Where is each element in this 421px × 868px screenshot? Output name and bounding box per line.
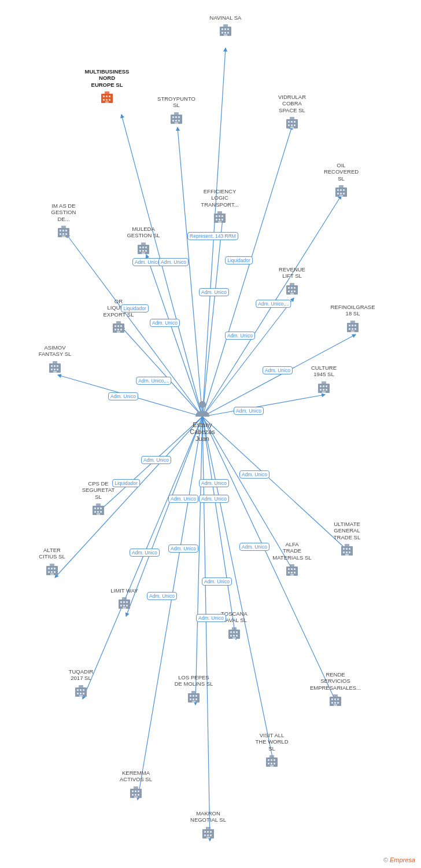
company-node-visitall[interactable]: VISIT ALL THE WORLD SL (252, 732, 292, 771)
svg-rect-99 (291, 287, 293, 289)
svg-rect-95 (142, 252, 145, 254)
svg-rect-84 (219, 219, 220, 220)
company-label-ultimate: ULTIMATE GENERAL TRADE SL (334, 521, 360, 540)
svg-rect-131 (53, 371, 57, 373)
svg-rect-136 (326, 385, 327, 387)
role-badge-13[interactable]: Adm. Unico (141, 456, 171, 464)
company-node-lospepes[interactable]: LOS PEPES DE MOLINS SL (173, 674, 214, 707)
company-node-asimov[interactable]: ASIMOV FANTASY SL (35, 344, 75, 377)
role-badge-23[interactable]: Adm. Unico (202, 578, 232, 586)
role-badge-8[interactable]: Adm. Unico (225, 332, 255, 340)
svg-rect-168 (122, 597, 127, 600)
svg-rect-165 (123, 605, 125, 606)
role-badge-1[interactable]: Liquidador (225, 256, 253, 264)
svg-rect-38 (103, 99, 105, 101)
company-node-alfa[interactable]: ALFA TRADE MATERIALS SL (272, 541, 312, 580)
svg-line-23 (138, 417, 202, 800)
role-badge-24[interactable]: Adm. Unico (196, 614, 226, 622)
svg-rect-132 (53, 361, 57, 364)
company-node-revenue[interactable]: REVENUE LIFT SL (272, 266, 312, 299)
svg-rect-157 (54, 571, 56, 573)
company-node-oil[interactable]: OIL RECOVERED SL (321, 162, 361, 201)
company-node-efficiency[interactable]: EFFICIENCY LOGIC TRANSPORT... (200, 188, 240, 227)
role-badge-0[interactable]: Represent. 143 RRM (187, 232, 238, 240)
company-node-stroypunto[interactable]: STROYPUNTO SL (156, 95, 197, 128)
svg-rect-230 (270, 765, 274, 767)
role-badge-3[interactable]: Adm. Unico (158, 258, 189, 266)
svg-rect-129 (54, 369, 56, 370)
svg-rect-159 (50, 564, 54, 567)
role-badge-9[interactable]: Adm. Unico (263, 366, 293, 374)
role-badge-12[interactable]: Adm. Unico (234, 407, 264, 415)
role-badge-16[interactable]: Adm. Unico (239, 470, 269, 479)
svg-rect-85 (221, 219, 223, 220)
svg-rect-66 (340, 193, 342, 194)
svg-rect-146 (94, 511, 96, 513)
svg-rect-181 (349, 548, 350, 550)
svg-rect-116 (349, 325, 350, 326)
center-person-node[interactable]: Estany Cabezas Juan (182, 399, 223, 442)
company-node-imasde[interactable]: IM AS DE GESTION DE... (43, 203, 84, 242)
svg-rect-150 (96, 503, 101, 506)
company-node-tuqadir[interactable]: TUQADIR 2017 SL (61, 668, 101, 701)
role-badge-17[interactable]: Adm. Unico (168, 495, 198, 503)
role-badge-6[interactable]: Liquidador (121, 304, 149, 312)
svg-rect-188 (230, 631, 232, 633)
svg-rect-203 (79, 695, 83, 697)
svg-rect-56 (288, 124, 290, 126)
role-badge-15[interactable]: Adm. Unico (199, 479, 229, 487)
role-badge-20[interactable]: Adm. Unico (168, 545, 198, 553)
company-icon-alfa (284, 562, 300, 580)
company-node-alter[interactable]: ALTER CITIUS SL (32, 547, 72, 580)
svg-rect-224 (268, 759, 269, 761)
role-badge-7[interactable]: Adm. Unico (150, 319, 180, 327)
role-badge-18[interactable]: Adm. Unico (199, 495, 229, 503)
svg-rect-227 (268, 763, 269, 764)
company-node-makron[interactable]: MAKRON NEGOTIAL SL (188, 810, 228, 843)
company-label-visitall: VISIT ALL THE WORLD SL (256, 732, 289, 752)
company-node-navinal[interactable]: NAVINAL SA (205, 14, 246, 41)
svg-rect-177 (290, 564, 294, 567)
svg-rect-156 (51, 571, 53, 573)
company-node-limitway[interactable]: LIMIT WAY (104, 587, 145, 613)
role-badge-5[interactable]: Adm. Unico,... (256, 300, 291, 308)
svg-rect-48 (175, 120, 177, 122)
company-node-vidrular[interactable]: VIDRULAR COBRA SPACE SL (272, 94, 312, 133)
svg-rect-40 (109, 99, 110, 101)
company-node-culture[interactable]: CULTURE 1945 SL (304, 365, 344, 398)
role-badge-21[interactable]: Adm. Unico (239, 543, 269, 551)
svg-rect-217 (337, 698, 339, 700)
svg-rect-36 (106, 95, 108, 97)
svg-rect-119 (349, 328, 350, 330)
svg-line-7 (146, 255, 202, 417)
company-icon-keremma (128, 784, 144, 803)
role-badge-19[interactable]: Adm. Unico (130, 549, 160, 557)
company-icon-visitall (264, 753, 280, 771)
svg-rect-62 (337, 189, 339, 191)
svg-rect-212 (192, 701, 195, 703)
role-badge-11[interactable]: Adm. Unico (108, 392, 138, 400)
graph-container: © Empresa NAVINAL SA MULTIBUSINESS NORD … (0, 0, 421, 868)
role-badge-4[interactable]: Adm. Unico (199, 288, 229, 296)
svg-rect-28 (227, 28, 229, 30)
role-badge-22[interactable]: Adm. Unico (147, 592, 177, 600)
company-node-rende[interactable]: RENDE SERVICIOS EMPRESARIALES... (315, 671, 356, 711)
svg-rect-236 (132, 794, 134, 796)
svg-rect-92 (139, 250, 141, 252)
company-node-ultimate[interactable]: ULTIMATE GENERAL TRADE SL (327, 521, 367, 560)
watermark: © Empresa (383, 856, 415, 863)
svg-rect-153 (51, 568, 53, 569)
company-node-keremma[interactable]: KEREMMA ACTIVOS SL (116, 770, 156, 803)
role-badge-14[interactable]: Liquidador (112, 479, 140, 487)
svg-rect-197 (77, 689, 79, 691)
svg-rect-130 (57, 369, 58, 370)
company-icon-ultimate (339, 542, 355, 560)
company-label-rende: RENDE SERVICIOS EMPRESARIALES... (310, 671, 361, 691)
svg-rect-199 (83, 689, 84, 691)
svg-rect-60 (290, 117, 294, 120)
company-node-muleda[interactable]: MULEDA GESTION SL (123, 226, 164, 259)
company-node-refinoil[interactable]: REFINOILGRASE 18 SL (333, 304, 373, 337)
role-badge-10[interactable]: Adm. Unico,... (136, 377, 171, 385)
svg-rect-91 (145, 247, 147, 248)
company-node-multibusiness[interactable]: MULTIBUSINESS NORD EUROPE SL (87, 68, 127, 108)
